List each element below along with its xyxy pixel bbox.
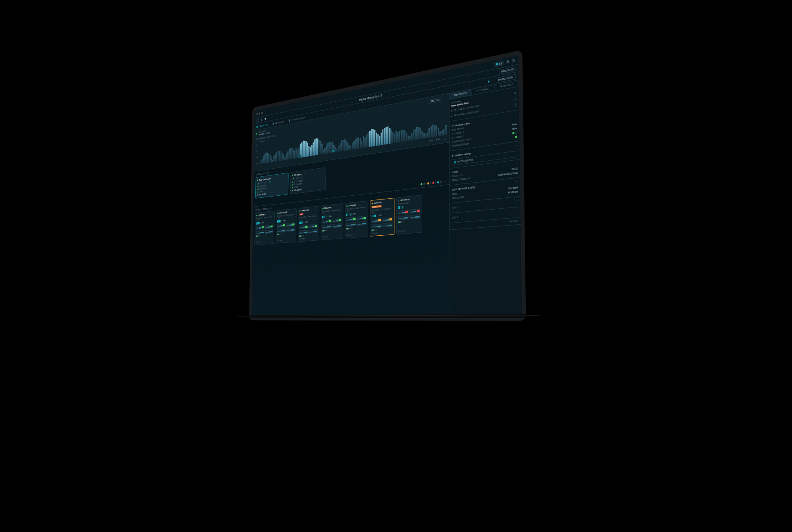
status-badge: 83 — [494, 60, 504, 67]
status-dot-icon — [256, 215, 257, 216]
terminal-name: John backup — [400, 198, 409, 201]
battery-level: 87% — [277, 232, 295, 235]
terminal-role: Lead singer — [299, 237, 318, 240]
mobile-terminal-card[interactable]: Laura bassSIGNAL LOSSRF CHANNEL 1 – BASE… — [370, 198, 394, 237]
mt-manager-button[interactable]: MT MANAGER — [272, 120, 285, 125]
mobile-terminal-card[interactable]: Lead singer 1RF CHANNEL 1 – BASE STATION… — [254, 211, 274, 245]
user-icon[interactable] — [506, 59, 510, 64]
status-badge-count: 83 — [499, 62, 502, 65]
signal-level: 100% — [346, 212, 367, 216]
terminal-role: Lead singer — [346, 233, 367, 237]
mobile-terminal-card[interactable]: John guitarRF CHANNEL 1 – BASE STATION T… — [345, 201, 369, 239]
chevron-down-icon[interactable]: ˅ — [516, 200, 518, 204]
app-window: 83 | — [252, 55, 522, 317]
gear-icon[interactable] — [512, 58, 515, 63]
routing-icon — [289, 119, 291, 122]
status-tag: NEW — [300, 213, 304, 215]
terminal-role: Lead singer — [277, 239, 295, 242]
zoom-icon[interactable] — [262, 112, 263, 114]
refresh-icon[interactable] — [256, 138, 257, 140]
flash-icon[interactable] — [487, 79, 490, 84]
freq-low: 585 MHz — [260, 140, 265, 143]
terminal-channel: RF CHANNEL 1 – BASE STATION TEST — [372, 207, 393, 214]
routing-editor-button[interactable]: ROUTING EDITOR — [289, 116, 305, 122]
mobile-terminal-card[interactable]: Max drumsRF CHANNEL 1 – BASE STATION TES… — [321, 203, 343, 240]
signal-level: 100% — [322, 214, 342, 218]
terminal-role: Lead singer — [372, 231, 393, 234]
terminal-role: Lead singer — [256, 240, 273, 243]
window-controls[interactable] — [257, 112, 263, 115]
antenna-chip[interactable]: A — [257, 182, 260, 185]
terminal-channel: RF CHANNEL 1 – BASE STATION TEST — [346, 206, 367, 213]
terminal-name: John guitar — [348, 204, 356, 207]
edit-icon[interactable]: ✎ — [513, 91, 516, 96]
terminal-name: Jenny singer — [301, 209, 309, 212]
signal-level: 100% — [256, 221, 273, 225]
mobile-terminal-card[interactable]: Jenny singerNEWRF CHANNEL 1 – BASE STATI… — [298, 206, 319, 242]
mobile-terminal-card[interactable]: John backupDISCONNECTED87%Lead singer — [396, 195, 422, 235]
info-icon: ⓘ — [452, 124, 454, 127]
status-dot-icon — [398, 200, 399, 201]
expand-icon[interactable]: ⤢ — [443, 137, 446, 142]
signal-level: 100% — [299, 220, 318, 224]
add-icon[interactable]: ＋ — [444, 179, 447, 184]
terminal-role: Lead singer — [398, 229, 420, 232]
link-icon[interactable]: ↗ — [514, 97, 516, 101]
status-dot-icon — [256, 133, 257, 135]
terminal-name: Lead singer 1 — [258, 213, 265, 216]
battery-level: 87% — [398, 220, 420, 223]
svg-point-0 — [507, 60, 508, 62]
mobile-terminal-card[interactable]: Lead singer 2RF CHANNEL 1 – BASE STATION… — [276, 208, 296, 244]
main-content: RF BACKUP Antenna B – UHF 688 MHz ⋮ — [252, 93, 450, 317]
device-sync-button[interactable]: DEVICE SYNC — [256, 123, 269, 128]
close-icon[interactable] — [257, 112, 258, 115]
battery-level: 87% — [256, 234, 273, 237]
battery-level: 87% — [322, 229, 342, 232]
signal-level: 100% — [372, 213, 393, 218]
signal-level — [398, 204, 420, 209]
inspector-sidebar: BASE STATION RF CHANNEL 1 RF CHANNEL 2 D… — [449, 80, 522, 316]
list-icon — [272, 122, 274, 125]
footer-readout-a: ▶ 94 – — [429, 139, 434, 144]
battery-level: 87% — [346, 226, 367, 230]
terminal-name: Lead singer 2 — [279, 211, 287, 214]
status-dot-icon — [346, 205, 348, 207]
input-heading: ▸ INPUT — [452, 170, 458, 173]
sync-icon — [256, 125, 258, 128]
more-icon[interactable]: ⋮ — [443, 96, 446, 101]
status-dot-icon — [322, 207, 324, 209]
terminal-channel: RF CHANNEL 1 – BASE STATION TEST — [256, 216, 273, 221]
status-dot-icon — [277, 213, 278, 214]
base-station-card[interactable]: BS Backup A B C RF CHANNEL 1 RF CHANNEL … — [290, 167, 326, 194]
link-icon[interactable]: ↗ — [514, 103, 516, 107]
chevron-up-icon[interactable]: ˄ — [516, 145, 517, 148]
signal-level: 100% — [277, 219, 295, 223]
status-dot-icon — [372, 202, 373, 204]
status-dot-icon — [300, 210, 301, 212]
svg-point-1 — [513, 60, 514, 61]
divider: | — [261, 118, 262, 120]
terminal-name: Max drums — [324, 207, 332, 210]
usage-icon: ◔ — [257, 194, 258, 196]
base-station-card[interactable]: Base Station Main A B C A+B RF CHANNEL 1 — [255, 173, 289, 199]
home-icon[interactable] — [264, 117, 266, 121]
frequency-input[interactable]: 688 MHz — [429, 97, 441, 104]
footer-readout-b: ▶ 94 – — [436, 138, 441, 143]
brand-logo-icon — [257, 118, 259, 122]
terminal-channel: RF CHANNEL 1 – BASE STATION TEST — [299, 215, 318, 221]
status-tag: SIGNAL LOSS — [372, 205, 382, 208]
sliders-icon: ⚙ — [452, 154, 453, 157]
terminal-role: Lead singer — [322, 235, 342, 238]
chevron-up-icon[interactable]: ˄ — [515, 114, 517, 117]
terminal-name: Laura bass — [374, 201, 381, 204]
terminal-channel: RF CHANNEL 1 – BASE STATION TEST — [277, 213, 295, 219]
terminal-channel: RF CHANNEL 1 – BASE STATION TEST — [322, 209, 342, 215]
minimize-icon[interactable] — [259, 112, 261, 114]
